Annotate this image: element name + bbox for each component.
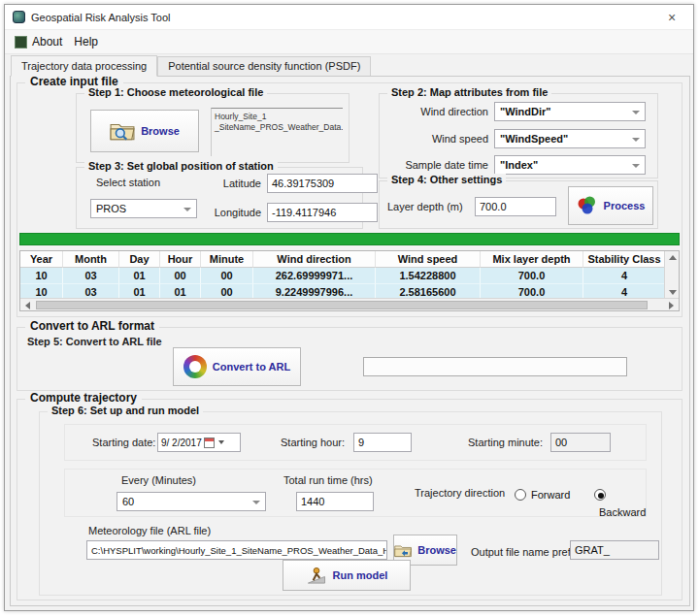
convert-arl-group: Convert to ARL format Step 5: Convert to…	[17, 327, 682, 391]
menu-about[interactable]: About	[13, 33, 72, 50]
runner-icon	[306, 567, 327, 585]
browse-met-file-button[interactable]: Browse	[90, 110, 199, 152]
tab-panel: Create input file Step 1: Choose meteoro…	[10, 76, 690, 606]
screen: Geospatial Risk Analysis Tool × About He…	[0, 0, 699, 616]
starting-date-picker[interactable]: 9/ 2/2017	[157, 433, 241, 452]
col-header-wind-direction[interactable]: Wind direction	[253, 251, 376, 268]
sample-date-time-combo[interactable]: "Index"	[494, 155, 646, 175]
sample-date-time-label: Sample date time	[383, 159, 488, 171]
folder-search-icon	[110, 120, 135, 142]
cell-day: 01	[119, 268, 160, 284]
chevron-down-icon	[218, 440, 224, 444]
convert-to-arl-button[interactable]: Convert to ARL	[173, 347, 301, 386]
table-row[interactable]: 10 03 01 00 00 262.69999971... 1.5422880…	[20, 268, 666, 284]
total-run-time-input[interactable]: 1440	[296, 492, 374, 511]
col-header-hour[interactable]: Hour	[160, 251, 201, 268]
tab-trajectory-data-processing[interactable]: Trajectory data processing	[11, 55, 157, 77]
forward-label: Forward	[531, 489, 570, 501]
cell-wind-direction: 262.69999971...	[253, 268, 376, 284]
longitude-label: Longitude	[201, 207, 261, 218]
process-button[interactable]: Process	[568, 186, 653, 225]
longitude-input[interactable]: -119.4117946	[267, 203, 378, 222]
step4-title: Step 4: Other settings	[387, 174, 506, 185]
met-arl-file-input[interactable]: C:\HYSPLIT\working\Hourly_Site_1_SiteNam…	[86, 540, 387, 560]
step2-box: Step 2: Map attributes from file Wind di…	[379, 93, 658, 178]
met-file-name-line1: Hourly_Site_1	[215, 112, 341, 122]
menu-about-label: About	[32, 35, 62, 49]
backward-radio[interactable]: Backward	[594, 485, 646, 520]
run-model-label: Run model	[333, 569, 388, 581]
browse-met-file-label: Browse	[141, 125, 180, 137]
app-icon	[13, 11, 25, 23]
create-input-file-group: Create input file Step 1: Choose meteoro…	[17, 82, 682, 317]
met-file-name-line2: _SiteName_PROS_Weather_Data.csv	[215, 122, 341, 133]
backward-label: Backward	[599, 506, 646, 518]
rainbow-ring-center	[189, 361, 201, 373]
tab-psdf[interactable]: Potential source density function (PSDF)	[157, 56, 371, 77]
compute-trajectory-group: Compute trajectory Step 6: Set up and ru…	[17, 399, 682, 600]
latitude-label: Latitude	[201, 178, 261, 189]
rgb-circles-icon	[577, 196, 598, 215]
wind-speed-combo[interactable]: "WindSpeed"	[494, 129, 646, 148]
radio-unchecked-icon	[515, 489, 526, 501]
col-header-wind-speed[interactable]: Wind speed	[376, 251, 481, 268]
compute-trajectory-title: Compute trajectory	[25, 391, 142, 405]
starting-hour-label: Starting hour:	[281, 437, 345, 448]
run-model-button[interactable]: Run model	[283, 560, 411, 591]
menu-help[interactable]: Help	[72, 33, 108, 50]
total-run-time-label: Total run time (hrs)	[283, 474, 373, 486]
horizontal-scroll-thumb[interactable]	[36, 301, 648, 309]
convert-arl-title: Convert to ARL format	[25, 319, 159, 333]
radio-checked-icon	[594, 489, 606, 501]
menu-bar: About Help	[5, 30, 693, 54]
scroll-right-arrow-icon[interactable]	[664, 299, 679, 311]
starting-hour-input[interactable]: 9	[353, 433, 412, 452]
met-file-name-display[interactable]: Hourly_Site_1 _SiteName_PROS_Weather_Dat…	[211, 108, 343, 156]
forward-radio[interactable]: Forward	[515, 485, 570, 503]
about-icon	[15, 36, 27, 49]
output-prefix-input[interactable]: GRAT_	[570, 540, 659, 560]
starting-minute-label: Starting minute:	[468, 437, 543, 448]
chevron-down-icon	[632, 138, 640, 142]
sample-date-time-value: "Index"	[500, 159, 538, 171]
close-button[interactable]: ×	[658, 10, 685, 25]
chevron-down-icon	[632, 164, 640, 168]
col-header-minute[interactable]: Minute	[201, 251, 253, 268]
cell-minute: 00	[201, 268, 253, 284]
process-progress-bar	[19, 233, 680, 245]
scroll-up-arrow-icon[interactable]	[665, 251, 680, 264]
select-station-combo[interactable]: PROS	[90, 199, 197, 218]
select-station-value: PROS	[96, 203, 126, 214]
weather-data-table: Year Month Day Hour Minute Wind directio…	[19, 250, 680, 311]
col-header-month[interactable]: Month	[63, 251, 119, 268]
cell-year: 10	[20, 268, 63, 284]
wind-direction-combo[interactable]: "WindDir"	[494, 102, 646, 121]
folder-open-icon	[394, 542, 412, 559]
latitude-input[interactable]: 46.39175309	[267, 174, 378, 193]
trajectory-direction-label: Trajectory direction	[415, 487, 505, 499]
col-header-stability-class[interactable]: Stability Class	[583, 251, 666, 268]
starting-minute-input[interactable]: 00	[550, 433, 611, 452]
convert-progress-bar	[363, 357, 627, 376]
layer-depth-input[interactable]: 700.0	[475, 197, 556, 216]
rainbow-ring-icon	[183, 355, 207, 378]
col-header-year[interactable]: Year	[20, 251, 63, 268]
wind-direction-value: "WindDir"	[500, 106, 551, 117]
wind-speed-value: "WindSpeed"	[500, 133, 568, 145]
cell-month: 03	[63, 268, 119, 284]
chevron-down-icon	[252, 501, 260, 504]
every-minutes-combo[interactable]: 60	[116, 492, 266, 511]
step4-box: Step 4: Other settings Layer depth (m) 7…	[379, 180, 658, 229]
step6-box: Step 6: Set up and run model Starting da…	[39, 411, 662, 596]
col-header-mix-layer-depth[interactable]: Mix layer depth	[481, 251, 583, 268]
met-arl-file-label: Meteorology file (ARL file)	[88, 525, 211, 536]
title-bar: Geospatial Risk Analysis Tool ×	[5, 5, 693, 30]
app-window: Geospatial Risk Analysis Tool × About He…	[4, 4, 694, 611]
table-vertical-scrollbar[interactable]	[664, 251, 679, 299]
calendar-icon	[204, 438, 215, 448]
wind-speed-label: Wind speed	[383, 133, 488, 145]
table-horizontal-scrollbar[interactable]	[20, 298, 679, 310]
starting-date-label: Starting date:	[92, 437, 155, 448]
col-header-day[interactable]: Day	[119, 251, 160, 268]
scroll-left-arrow-icon[interactable]	[20, 299, 35, 311]
